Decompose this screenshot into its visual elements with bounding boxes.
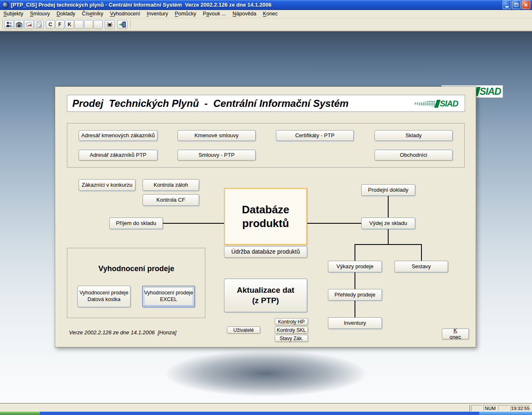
vyhodnoceni-datova-kostka-button[interactable]: Vyhodnocení prodeje Datová kostka [77,286,131,307]
status-segment-empty-2 [498,405,510,411]
prodejni-doklady-button[interactable]: Prodejní doklady [361,184,415,196]
aktualizace-dat-button[interactable]: Aktualizace dat (z PTP) [224,279,307,312]
menu-pavouk[interactable]: Pavouk ... [200,10,229,18]
restore-button[interactable] [512,0,521,9]
connector-line [163,223,224,224]
document-edit-icon [35,21,43,28]
inventury-button[interactable]: Inventury [328,317,382,329]
konec-button[interactable]: Konec [442,329,469,339]
siad-swoosh-icon [414,101,435,107]
minimize-button[interactable] [502,0,511,9]
connector-line [355,244,355,261]
button-line2: Datová kostka [87,296,120,303]
menu-inventury[interactable]: Inventury [143,10,171,18]
title-bar: [PTP_CIS] Prodej technických plynů - Cen… [0,0,532,10]
kontroly-skl-button[interactable]: Kontroly SKL [275,326,308,333]
vydej-ze-skladu-button[interactable]: Výdej ze skladu [361,217,415,229]
signature-icon [25,21,33,28]
adresar-kmenovych-zakazniku-button[interactable]: Adresář kmenových zákazníků [79,130,158,141]
app-icon [2,2,9,8]
databaze-line1: Databáze [242,203,289,217]
menu-pomucky[interactable]: Pomůcky [172,10,200,18]
button-line2: EXCEL [160,296,177,303]
close-button[interactable]: × [522,0,530,9]
kmenove-smlouvy-button[interactable]: Kmenové smlouvy [177,130,256,141]
exit-door-icon [119,21,126,28]
toolbar-button-c[interactable]: C [46,20,55,29]
customers-toolbar-button[interactable] [4,20,14,29]
connector-line [388,229,389,245]
connector-line [355,244,422,245]
sklady-button[interactable]: Sklady [374,130,453,141]
siad-logo-text: SIAD [480,87,501,96]
siad-logo-text: SIAD [440,99,458,108]
udrzba-databaze-button[interactable]: Údržba databáze produktů [224,246,307,258]
taskbar-sliver [0,412,532,415]
connector-line [355,301,355,317]
kontrola-zaloh-button[interactable]: Kontrola záloh [143,179,199,191]
toolbar-button-f[interactable]: F [55,20,64,29]
toolbar-button-empty-1[interactable] [74,20,84,29]
obchodnici-button[interactable]: Obchodníci [374,150,453,161]
menu-bar: Subjekty Smlouvy Doklady Číselníky Vyhod… [0,10,532,18]
menu-konec[interactable]: Konec [260,10,281,18]
smlouvy-ptp-button[interactable]: Smlouvy - PTP [177,150,256,161]
vyhodnoceni-prodeje-group: Vyhodnocení prodeje [67,248,206,319]
version-label: Verze 2002.2.126 ze dne 14.1.2006 [Honza… [69,329,176,336]
active-task-sliver[interactable] [479,412,532,415]
menu-doklady[interactable]: Doklady [53,10,79,18]
toolbar-button-empty-3[interactable] [94,20,103,29]
menu-subjekty[interactable]: Subjekty [0,10,27,18]
spider-icon [106,21,113,28]
certifikaty-ptp-button[interactable]: Certifikáty - PTP [276,130,354,141]
kontroly-hp-button[interactable]: Kontroly HP [275,318,308,325]
zakaznici-v-konkurzu-button[interactable]: Zákazníci v konkurzu [79,179,135,191]
databaze-produktu-box[interactable]: Databáze produktů [224,188,307,245]
adresar-zakazniku-ptp-button[interactable]: Adresář zákazníků PTP [79,150,158,161]
status-segment-empty-1 [471,405,483,411]
status-divider [470,405,470,411]
toolbar-gripper [1,20,2,29]
background-shadow-ellipse [166,351,366,396]
button-line2: (z PTP) [252,296,279,306]
minimize-icon [505,6,509,7]
window-title: [PTP_CIS] Prodej technických plynů - Cen… [11,2,271,8]
status-bar: NUM 19:32:55 [0,404,532,412]
status-clock: 19:32:55 [510,405,530,411]
connector-line [388,196,389,217]
document-toolbar-button[interactable] [34,20,44,29]
contract-toolbar-button[interactable] [24,20,34,29]
bank-toolbar-button[interactable] [14,20,24,29]
button-line1: Vyhodnocení prodeje [79,290,128,296]
sestavy-button[interactable]: Sestavy [394,261,448,272]
button-line1: Aktualizace dat [237,285,294,296]
panel-header: Prodej Technických Plynů - Centrální Inf… [67,95,465,112]
vyhodnoceni-group-title: Vyhodnocení prodeje [68,264,205,273]
main-panel: Prodej Technických Plynů - Centrální Inf… [55,86,476,348]
restore-icon [515,3,518,7]
stavy-zak-button[interactable]: Stavy Zák. [275,335,308,342]
connector-line [355,272,355,289]
spider-toolbar-button[interactable] [105,20,115,29]
prehledy-prodeje-button[interactable]: Přehledy prodeje [328,289,382,301]
prijem-do-skladu-button[interactable]: Příjem do skladu [109,217,163,229]
toolbar-separator [131,20,131,29]
kontrola-cf-button[interactable]: Kontrola CF [143,194,199,206]
people-icon [5,21,13,28]
siad-logo-header: SIAD [412,99,459,109]
menu-smlouvy[interactable]: Smlouvy [27,10,53,18]
toolbar-button-k[interactable]: K [65,20,74,29]
menu-napoveda[interactable]: Nápověda [229,10,260,18]
vyhodnoceni-excel-button[interactable]: Vyhodnocení prodeje EXCEL [142,286,195,307]
menu-ciselniky[interactable]: Číselníky [79,10,106,18]
start-button-sliver[interactable] [0,412,40,415]
uzivatele-button[interactable]: Uživatelé [227,326,260,333]
menu-vyhodnoceni[interactable]: Vyhodnocení [107,10,144,18]
toolbar-button-empty-2[interactable] [84,20,93,29]
bank-icon [15,21,23,28]
connector-line [307,223,361,224]
page-title: Prodej Technických Plynů - Centrální Inf… [72,98,349,109]
button-line1: Vyhodnocení prodeje [144,290,193,296]
vykazy-prodeje-button[interactable]: Výkazy prodeje [328,261,382,272]
exit-toolbar-button[interactable] [117,20,128,29]
